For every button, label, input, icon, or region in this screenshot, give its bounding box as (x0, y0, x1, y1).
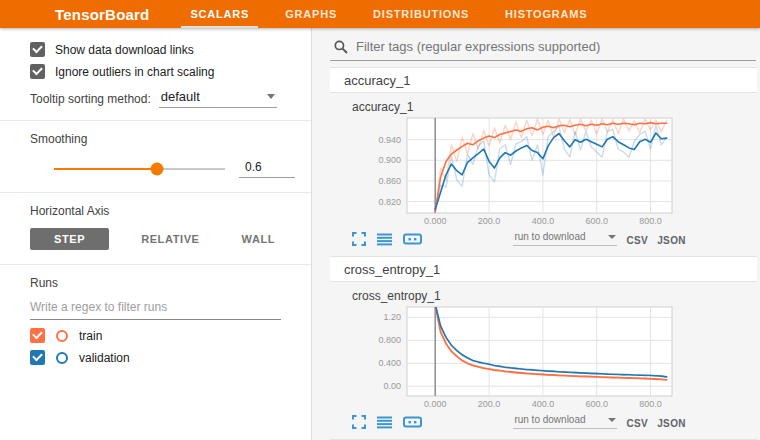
runs-label: Runs (30, 276, 295, 290)
svg-text:800.0: 800.0 (639, 399, 662, 409)
tensorboard-app: TensorBoard SCALARS GRAPHS DISTRIBUTIONS… (0, 0, 760, 440)
svg-text:0.860: 0.860 (378, 176, 401, 186)
fit-domain-icon[interactable] (403, 415, 422, 429)
toggle-y-axis-icon[interactable] (377, 415, 392, 429)
run-to-download-label: run to download (514, 231, 585, 242)
smoothing-slider[interactable] (54, 168, 225, 170)
tab-distributions[interactable]: DISTRIBUTIONS (370, 0, 472, 28)
run-validation-label: validation (79, 351, 130, 365)
smoothing-slider-thumb[interactable] (150, 163, 163, 176)
run-to-download-select[interactable]: run to download (513, 414, 617, 429)
run-validation-color-swatch[interactable] (56, 352, 68, 364)
expand-chart-icon[interactable] (352, 415, 366, 429)
smoothing-section: Smoothing 0.6 (0, 121, 311, 193)
svg-text:0.900: 0.900 (378, 155, 401, 165)
svg-text:0.00: 0.00 (383, 381, 401, 391)
horizontal-axis-label: Horizontal Axis (30, 204, 295, 218)
show-download-links-checkbox[interactable] (30, 42, 45, 57)
svg-text:800.0: 800.0 (639, 216, 662, 226)
expand-chart-icon[interactable] (352, 232, 366, 246)
run-to-download-select[interactable]: run to download (513, 231, 617, 246)
svg-text:0.000: 0.000 (424, 399, 447, 409)
chart-action-icons (352, 232, 422, 246)
svg-text:600.0: 600.0 (585, 399, 608, 409)
run-train-color-swatch[interactable] (56, 330, 68, 342)
fit-domain-icon[interactable] (403, 232, 422, 246)
tab-graphs[interactable]: GRAPHS (282, 0, 340, 28)
run-row-validation: validation (30, 350, 295, 365)
chevron-down-icon (608, 418, 616, 422)
filter-tags-row[interactable]: Filter tags (regular expressions support… (330, 28, 756, 61)
svg-text:400.0: 400.0 (532, 399, 555, 409)
svg-text:200.0: 200.0 (478, 399, 501, 409)
search-icon (334, 40, 348, 54)
settings-sidebar: Show data download links Ignore outliers… (0, 28, 312, 440)
svg-text:0.800: 0.800 (378, 335, 401, 345)
top-bar: TensorBoard SCALARS GRAPHS DISTRIBUTIONS… (0, 0, 760, 28)
scalars-dashboard: Filter tags (regular expressions support… (312, 28, 760, 440)
horizontal-axis-buttons: STEP RELATIVE WALL (30, 228, 295, 250)
app-title: TensorBoard (55, 6, 149, 23)
smoothing-slider-fill (54, 168, 157, 170)
svg-text:0.000: 0.000 (424, 216, 447, 226)
show-download-links-label: Show data download links (55, 43, 194, 57)
smoothing-value-input[interactable]: 0.6 (239, 160, 295, 178)
section-header-accuracy[interactable]: accuracy_1 (330, 67, 757, 93)
download-controls: run to download CSV JSON (513, 231, 686, 246)
run-to-download-label: run to download (514, 414, 585, 425)
svg-text:600.0: 600.0 (585, 216, 608, 226)
svg-text:0.820: 0.820 (378, 197, 401, 207)
svg-text:400.0: 400.0 (532, 216, 555, 226)
smoothing-label: Smoothing (30, 132, 295, 146)
runs-section: Runs Write a regex to filter runs train … (0, 265, 311, 384)
tooltip-sorting-row: Tooltip sorting method: default (30, 89, 295, 108)
chart-action-icons (352, 415, 422, 429)
run-train-checkbox[interactable] (30, 328, 45, 343)
filter-tags-input[interactable]: Filter tags (regular expressions support… (356, 39, 600, 54)
download-controls: run to download CSV JSON (513, 414, 686, 429)
svg-text:0.400: 0.400 (378, 358, 401, 368)
accuracy-card-title: accuracy_1 (352, 100, 757, 114)
ignore-outliers-label: Ignore outliers in chart scaling (55, 65, 214, 79)
cross-entropy-chart[interactable]: 0.000200.0400.0600.0800.00.000.4000.8001… (352, 304, 757, 412)
runs-regex-input[interactable]: Write a regex to filter runs (30, 292, 281, 320)
axis-wall-button[interactable]: WALL (232, 228, 286, 250)
svg-text:0.940: 0.940 (378, 135, 401, 145)
ignore-outliers-checkbox[interactable] (30, 64, 45, 79)
json-download-link[interactable]: JSON (657, 418, 686, 429)
accuracy-chart[interactable]: 0.000200.0400.0600.0800.00.8200.8600.900… (352, 115, 757, 229)
cross-entropy-card-footer: run to download CSV JSON (352, 414, 686, 429)
tooltip-sorting-value: default (161, 89, 200, 104)
csv-download-link[interactable]: CSV (626, 418, 648, 429)
svg-text:200.0: 200.0 (478, 216, 501, 226)
horizontal-axis-section: Horizontal Axis STEP RELATIVE WALL (0, 193, 311, 265)
smoothing-slider-row: 0.6 (54, 160, 295, 178)
run-validation-checkbox[interactable] (30, 350, 45, 365)
axis-relative-button[interactable]: RELATIVE (131, 228, 209, 250)
general-settings-section: Show data download links Ignore outliers… (0, 28, 311, 121)
json-download-link[interactable]: JSON (657, 235, 686, 246)
tab-histograms[interactable]: HISTOGRAMS (502, 0, 590, 28)
tooltip-sorting-select[interactable]: default (159, 89, 277, 108)
run-train-label: train (79, 329, 102, 343)
axis-step-button[interactable]: STEP (30, 228, 109, 250)
svg-text:1.20: 1.20 (383, 312, 401, 322)
tooltip-sorting-label: Tooltip sorting method: (30, 92, 151, 108)
toggle-y-axis-icon[interactable] (377, 232, 392, 246)
tab-scalars[interactable]: SCALARS (187, 0, 252, 28)
cross-entropy-card-title: cross_entropy_1 (352, 289, 757, 303)
main-tabs: SCALARS GRAPHS DISTRIBUTIONS HISTOGRAMS (187, 0, 590, 28)
accuracy-card-footer: run to download CSV JSON (352, 231, 686, 246)
accuracy-card: accuracy_1 0.000200.0400.0600.0800.00.82… (330, 93, 757, 250)
section-header-cross-entropy[interactable]: cross_entropy_1 (330, 256, 757, 282)
chevron-down-icon (267, 94, 275, 99)
ignore-outliers-row: Ignore outliers in chart scaling (30, 64, 295, 79)
chevron-down-icon (608, 235, 616, 239)
csv-download-link[interactable]: CSV (626, 235, 648, 246)
run-row-train: train (30, 328, 295, 343)
cross-entropy-card: cross_entropy_1 0.000200.0400.0600.0800.… (330, 282, 757, 433)
show-download-links-row: Show data download links (30, 42, 295, 57)
